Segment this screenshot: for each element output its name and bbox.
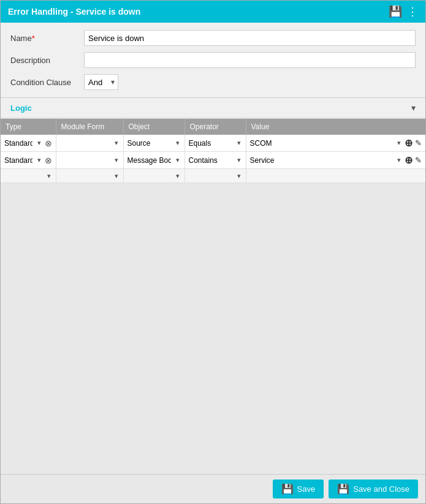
conditions-table: Type Module Form Object Operator Value S…	[1, 119, 425, 183]
col-header-type: Type	[1, 119, 56, 135]
menu-icon[interactable]: ⋮	[407, 5, 418, 18]
table-row: Standard Ob... ⊗	[1, 135, 425, 152]
name-input[interactable]	[84, 30, 416, 46]
new-operator-select[interactable]	[189, 171, 242, 180]
row2-type-cell: Standard Ob... ⊗	[1, 152, 56, 169]
row2-value-cell: Service ⊕ ✎	[246, 152, 425, 169]
col-header-object: Object	[123, 119, 184, 135]
new-operator-cell	[184, 169, 246, 183]
col-header-value: Value	[246, 119, 425, 135]
row2-remove-icon[interactable]: ⊗	[45, 156, 52, 165]
new-object-cell	[123, 169, 184, 183]
row2-operator-select[interactable]: Contains Equals	[189, 156, 242, 165]
main-content-area	[1, 183, 425, 474]
condition-clause-label: Condition Clause	[10, 78, 84, 87]
main-window: Error Handling - Service is down 💾 ⋮ Nam…	[0, 0, 426, 504]
logic-section: Logic ▾	[1, 98, 425, 119]
logic-collapse-icon[interactable]: ▾	[411, 103, 416, 113]
row1-add-icon[interactable]: ⊕	[405, 137, 413, 149]
col-header-operator: Operator	[184, 119, 246, 135]
new-module-cell	[56, 169, 123, 183]
row2-object-cell: Message Body Source	[123, 152, 184, 169]
row1-remove-icon[interactable]: ⊗	[45, 138, 52, 148]
logic-title: Logic	[10, 103, 32, 113]
row1-type-select[interactable]: Standard Ob...	[4, 139, 42, 148]
row2-module-select[interactable]	[60, 156, 120, 165]
table-row-new	[1, 169, 425, 183]
row2-add-icon[interactable]: ⊕	[405, 154, 413, 166]
name-row: Name*	[10, 30, 416, 46]
description-input[interactable]	[84, 52, 416, 68]
form-area: Name* Description Condition Clause And O…	[1, 23, 425, 98]
condition-clause-select-wrapper: And Or	[84, 74, 118, 90]
condition-clause-row: Condition Clause And Or	[10, 74, 416, 90]
description-row: Description	[10, 52, 416, 68]
new-type-select[interactable]	[4, 171, 52, 180]
condition-clause-select[interactable]: And Or	[84, 74, 118, 90]
footer: 💾 Save 💾 Save and Close	[1, 474, 425, 503]
row1-object-select[interactable]: Source Message Body	[127, 139, 181, 148]
logic-header: Logic ▾	[1, 98, 425, 118]
table-header-row: Type Module Form Object Operator Value	[1, 119, 425, 135]
row2-operator-cell: Contains Equals	[184, 152, 246, 169]
table-row: Standard Ob... ⊗	[1, 152, 425, 169]
row2-edit-icon[interactable]: ✎	[415, 156, 422, 165]
row1-type-cell: Standard Ob... ⊗	[1, 135, 56, 152]
row1-value-cell: SCOM ⊕ ✎	[246, 135, 425, 152]
save-button-icon: 💾	[281, 483, 294, 495]
new-module-select[interactable]	[60, 171, 120, 180]
row2-object-select[interactable]: Message Body Source	[127, 156, 181, 165]
title-bar: Error Handling - Service is down 💾 ⋮	[1, 1, 425, 23]
new-type-cell	[1, 169, 56, 183]
row1-operator-select[interactable]: Equals Contains	[189, 139, 242, 148]
row2-value-select[interactable]: Service	[250, 156, 403, 165]
name-label: Name*	[10, 34, 84, 43]
save-button-label: Save	[297, 484, 316, 494]
description-label: Description	[10, 56, 84, 65]
col-header-module: Module Form	[56, 119, 123, 135]
row1-object-cell: Source Message Body	[123, 135, 184, 152]
save-close-button-icon: 💾	[337, 483, 349, 495]
name-required-indicator: *	[32, 34, 35, 43]
save-and-close-button-label: Save and Close	[353, 484, 409, 494]
row2-module-cell	[56, 152, 123, 169]
save-icon[interactable]: 💾	[389, 5, 402, 18]
row2-type-select[interactable]: Standard Ob...	[4, 156, 42, 165]
title-bar-actions: 💾 ⋮	[389, 5, 418, 18]
row1-module-select[interactable]	[60, 139, 120, 148]
row1-module-cell	[56, 135, 123, 152]
new-value-cell	[246, 169, 425, 183]
row1-value-select[interactable]: SCOM	[250, 139, 403, 148]
save-and-close-button[interactable]: 💾 Save and Close	[329, 480, 418, 498]
row1-operator-cell: Equals Contains	[184, 135, 246, 152]
new-object-select[interactable]	[127, 171, 181, 180]
table-area: Type Module Form Object Operator Value S…	[1, 119, 425, 183]
window-title: Error Handling - Service is down	[8, 7, 140, 17]
save-button[interactable]: 💾 Save	[273, 480, 324, 498]
row1-edit-icon[interactable]: ✎	[415, 138, 422, 148]
